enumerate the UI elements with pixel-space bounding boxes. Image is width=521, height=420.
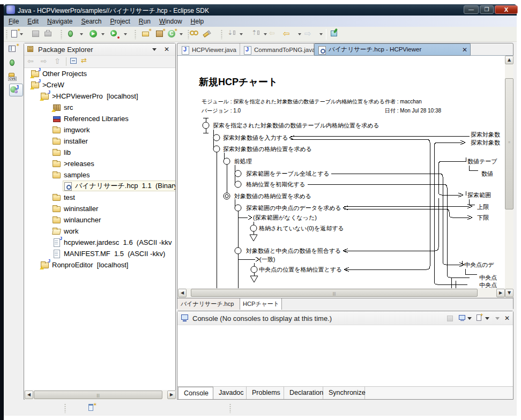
view-menu-icon[interactable] (152, 48, 157, 51)
up-icon[interactable]: ⇧ (54, 57, 61, 65)
editor-hscrollbar[interactable]: ◀ ||| ▶ (178, 289, 505, 297)
display-selected-console-icon[interactable] (458, 314, 467, 322)
package-explorer-close-icon[interactable]: ✕ (164, 46, 169, 53)
new-package-icon[interactable]: ✶ (155, 29, 166, 40)
tree-item[interactable]: J>CreW (31, 80, 64, 89)
run-icon[interactable]: ▶ (88, 29, 99, 40)
folder-icon (52, 204, 61, 213)
console-tab[interactable]: Synchronize (323, 387, 365, 399)
cvs-perspective-icon[interactable]: CVS (8, 72, 19, 84)
tree-item[interactable]: J>HCPViewerPro [localhost] (40, 91, 138, 101)
maximize-button[interactable]: ❐ (480, 5, 494, 14)
tree-item[interactable]: imgwork (52, 125, 90, 134)
tree-item[interactable]: test (52, 192, 75, 202)
menu-project[interactable]: Project (106, 18, 134, 25)
tree-item[interactable]: JRonproEditor [localhost] (40, 260, 128, 269)
forward-icon[interactable]: ⇨ (304, 29, 315, 40)
editor-tab-label: HCPViewer.java (192, 47, 236, 53)
forward-menu-icon[interactable] (319, 33, 323, 35)
tree-item[interactable]: work (52, 226, 78, 236)
run-external-tools-icon[interactable]: ▶ (109, 29, 120, 40)
tree-item[interactable]: Jhcpviewer.jardesc 1.6 (ASCII -kkv (52, 237, 172, 247)
menu-help[interactable]: Help (187, 18, 209, 25)
forward-icon[interactable]: ⇨ (41, 57, 47, 65)
menu-search[interactable]: Search (77, 18, 106, 25)
java-perspective-icon[interactable]: J (9, 84, 23, 96)
tree-item[interactable]: MANIFEST.MF 1.5 (ASCII -kkv) (52, 249, 165, 258)
open-console-menu-icon[interactable] (485, 317, 489, 320)
print-icon[interactable] (43, 29, 54, 40)
debug-menu-icon[interactable] (80, 33, 83, 35)
run-menu-icon[interactable] (101, 33, 105, 35)
pin-console-icon[interactable] (445, 314, 455, 322)
tree-item[interactable]: Referenced Libraries (52, 114, 129, 123)
debug-icon[interactable] (66, 29, 77, 40)
package-explorer-hscrollbar[interactable]: ◀ ||| ▶ (25, 391, 176, 400)
new-wizard-menu-icon[interactable] (20, 33, 23, 35)
package-explorer-header: Package Explorer ✕ (24, 43, 175, 56)
open-perspective-icon[interactable]: ✶ (8, 44, 19, 56)
console-tab[interactable]: Declaration (284, 387, 323, 399)
folder-icon (52, 137, 61, 145)
editor-vscrollbar[interactable]: ▲ = ▼ (505, 56, 513, 297)
new-java-project-icon[interactable]: ✶ (141, 29, 152, 40)
console-tab[interactable]: Problems (247, 387, 284, 399)
previous-annotation-menu-icon[interactable] (264, 33, 267, 35)
minimize-button[interactable]: — (464, 5, 479, 14)
tree-item[interactable]: src (52, 102, 73, 112)
collapse-all-icon[interactable] (70, 58, 77, 64)
folder-icon (52, 170, 61, 179)
editor-bottom-tab[interactable]: HCPチャート (240, 298, 282, 310)
tree-item[interactable]: installer (52, 136, 88, 146)
window-title: Java - HCPViewerPro/samples//バイナリサーチ.hcp… (18, 6, 209, 16)
next-annotation-menu-icon[interactable] (240, 33, 243, 35)
editor-tab-close-icon[interactable]: ✕ (459, 46, 467, 54)
back-icon[interactable]: ⇦ (283, 29, 294, 40)
previous-annotation-icon[interactable]: ⇡ (250, 29, 260, 40)
open-console-icon[interactable]: + (475, 313, 485, 322)
console-close-icon[interactable]: ✕ (504, 314, 510, 322)
fast-view-icon[interactable]: ✶ (87, 403, 96, 412)
new-wizard-icon[interactable]: ✶ (10, 29, 20, 40)
debug-perspective-icon[interactable] (8, 58, 19, 70)
tree-item[interactable]: バイナリサーチ.hcp 1.1 (Binary (63, 181, 175, 191)
console-tab[interactable]: Console (178, 387, 213, 399)
main-toolbar: ✶▶▶✶✶C✶⇣⇡⇦⇦⇨ (4, 27, 517, 42)
next-annotation-icon[interactable]: ⇣ (226, 29, 236, 40)
hcp-file-icon (63, 182, 72, 190)
open-type-icon[interactable] (189, 29, 200, 40)
menu-edit[interactable]: Edit (23, 18, 43, 25)
editor-tab[interactable]: バイナリサーチ.hcp - HCPViewer✕ (314, 43, 471, 56)
console-tab[interactable]: Javadoc (213, 387, 247, 399)
editor-bottom-tab[interactable]: バイナリサーチ.hcp (178, 298, 240, 310)
java-project-closed-icon: J (31, 80, 40, 89)
menu-navigate[interactable]: Navigate (43, 18, 77, 25)
tree-item[interactable]: lib (52, 147, 71, 157)
editor-tab[interactable]: HCPViewer.java (178, 43, 240, 56)
back-icon[interactable]: ⇦ (27, 57, 34, 65)
tree-item[interactable]: winlauncher (52, 215, 101, 224)
menu-file[interactable]: File (4, 18, 23, 25)
tree-item[interactable]: wininstaller (52, 204, 98, 213)
folder-icon (52, 193, 61, 201)
display-console-menu-icon[interactable] (467, 317, 472, 320)
back-menu-icon[interactable] (298, 33, 301, 35)
tree-item[interactable]: samples (52, 170, 90, 179)
hcp-node-label: (一致) (259, 255, 275, 264)
save-icon[interactable] (31, 29, 42, 40)
menu-run[interactable]: Run (135, 18, 155, 25)
editor-tab[interactable]: CommandToPNG.java (240, 43, 314, 56)
new-class-menu-icon[interactable] (180, 33, 183, 35)
search-icon[interactable] (202, 29, 213, 40)
last-edit-location-icon[interactable]: ⇦ (269, 29, 280, 40)
pin-editor-icon[interactable] (330, 29, 340, 40)
tree-item[interactable]: JOther Projects (31, 69, 87, 78)
close-button[interactable]: X (495, 5, 518, 14)
tree-item[interactable]: >releases (52, 159, 94, 168)
run-external-tools-menu-icon[interactable] (124, 33, 127, 35)
link-with-editor-icon[interactable]: ⇄ (81, 56, 87, 64)
tree-item-label: MANIFEST.MF 1.5 (ASCII -kkv) (64, 250, 165, 258)
new-class-icon[interactable]: C✶ (167, 29, 177, 40)
console-extra-menu-icon[interactable] (495, 317, 500, 320)
menu-window[interactable]: Window (155, 18, 187, 25)
